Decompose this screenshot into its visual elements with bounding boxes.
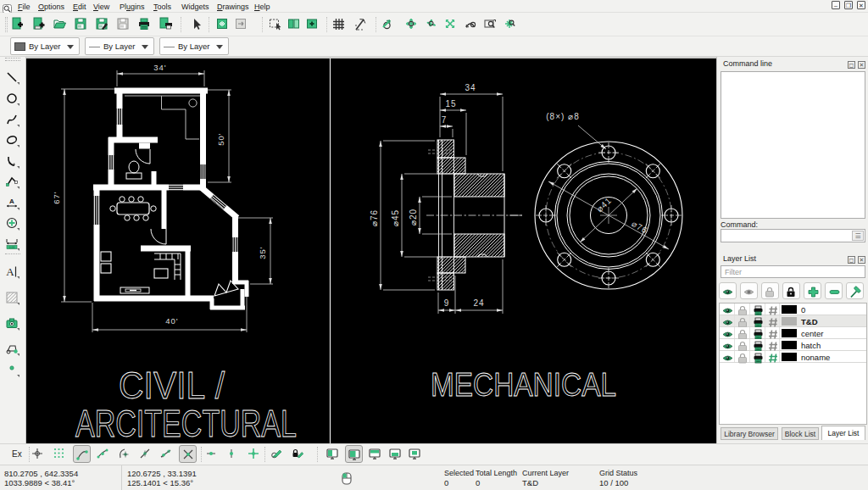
svg-text:50': 50' [216, 132, 225, 145]
svg-text:A: A [6, 265, 14, 278]
svg-text:ARCITECTURAL: ARCITECTURAL [75, 403, 297, 443]
svg-text:15: 15 [445, 99, 456, 109]
svg-text:34: 34 [465, 83, 476, 92]
svg-text:40': 40' [165, 316, 178, 326]
svg-text:35': 35' [258, 246, 267, 259]
svg-text:(8×) ⌀8: (8×) ⌀8 [546, 112, 579, 121]
svg-text:A: A [9, 198, 14, 205]
svg-text:7: 7 [442, 115, 448, 125]
svg-text:67': 67' [52, 191, 61, 203]
svg-text:34': 34' [153, 63, 166, 72]
svg-text:24: 24 [473, 298, 484, 308]
svg-text:CIVIL /: CIVIL / [119, 364, 225, 407]
svg-text:⌀76: ⌀76 [370, 209, 379, 226]
svg-text:⌀20: ⌀20 [409, 209, 418, 226]
svg-text:9: 9 [444, 298, 450, 308]
svg-text:0.00: 0.00 [9, 246, 15, 249]
svg-text:⌀45: ⌀45 [391, 209, 400, 226]
svg-text:MECHANICAL: MECHANICAL [431, 367, 616, 403]
